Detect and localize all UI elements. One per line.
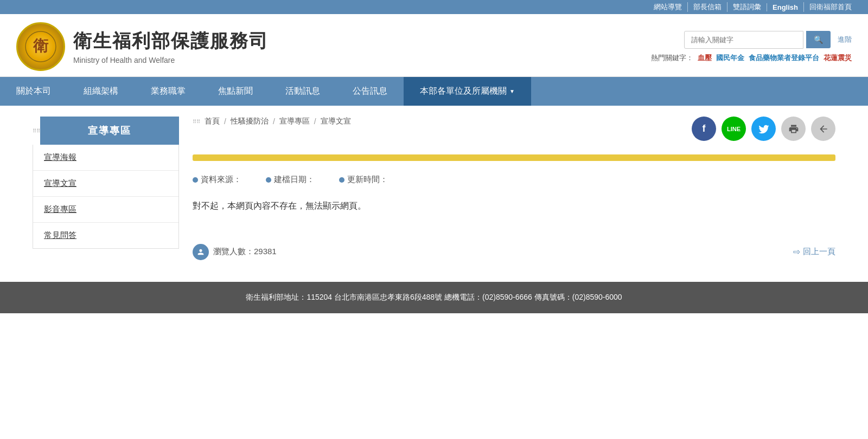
breadcrumb-current: 宣導文宣: [321, 117, 351, 126]
nav-duties[interactable]: 業務職掌: [135, 77, 202, 106]
topbar-link-bilingual[interactable]: 雙語詞彙: [727, 2, 767, 12]
logo-svg: 衛: [24, 30, 57, 63]
print-button[interactable]: [781, 117, 806, 141]
breadcrumb: ⠿⠿ 首頁 / 性騷擾防治 / 宣導專區 / 宣導文宣: [193, 117, 351, 126]
twitter-share-button[interactable]: [751, 117, 776, 141]
error-message: 對不起，本網頁內容不存在，無法顯示網頁。: [193, 198, 835, 214]
yellow-bar: [193, 154, 835, 161]
topbar-link-home[interactable]: 回衛福部首頁: [803, 2, 857, 12]
social-bar: f LINE: [692, 117, 835, 141]
topbar-link-sitemap[interactable]: 網站導覽: [648, 2, 687, 12]
nav-units[interactable]: 本部各單位及所屬機關 ▼: [404, 77, 531, 106]
advanced-search-button[interactable]: 進階: [833, 35, 852, 44]
nav-news[interactable]: 焦點新聞: [202, 77, 269, 106]
header-title: 衛生福利部保護服務司 Ministry of Health and Welfar…: [73, 29, 269, 64]
keyword-blood-pressure[interactable]: 血壓: [698, 53, 712, 63]
nav-events[interactable]: 活動訊息: [269, 77, 336, 106]
meta-updated: 更新時間：: [339, 175, 391, 185]
logo: 衛: [16, 22, 65, 71]
meta-source: 資料來源：: [193, 175, 244, 185]
breadcrumb-sep3: /: [314, 117, 316, 126]
meta-updated-label: 更新時間：: [347, 175, 388, 185]
nav-announcements[interactable]: 公告訊息: [336, 77, 404, 106]
content-wrapper: ⠿⠿ 宣導專區 宣導海報 宣導文宣 影音專區 常見問答 ⠿⠿ 首頁 / 性騷擾防…: [16, 117, 852, 260]
facebook-share-button[interactable]: f: [692, 117, 716, 141]
main-nav: 關於本司 組織架構 業務職掌 焦點新聞 活動訊息 公告訊息 本部各單位及所屬機關…: [0, 77, 868, 106]
view-count: 瀏覽人數：29381: [193, 244, 277, 260]
header-right: 🔍 進階 熱門關鍵字： 血壓 國民年金 食品藥物業者登錄平台 花蓮震災: [651, 31, 852, 63]
site-subtitle: Ministry of Health and Welfare: [73, 56, 269, 64]
search-button[interactable]: 🔍: [806, 31, 831, 48]
meta-dot-created: [266, 177, 271, 183]
footer: 衛生福利部地址：115204 台北市南港區忠孝東路6段488號 總機電話：(02…: [0, 282, 868, 313]
main-content: ⠿⠿ 首頁 / 性騷擾防治 / 宣導專區 / 宣導文宣 f LINE: [179, 117, 835, 260]
sidebar-menu: 宣導海報 宣導文宣 影音專區 常見問答: [33, 145, 179, 249]
hot-keywords-label: 熱門關鍵字：: [651, 53, 693, 63]
search-area: 🔍 進階: [651, 31, 852, 49]
breadcrumb-promo-zone[interactable]: 宣導專區: [279, 117, 310, 126]
keyword-earthquake[interactable]: 花蓮震災: [824, 53, 852, 63]
meta-source-label: 資料來源：: [201, 175, 241, 185]
header: 衛 衛生福利部保護服務司 Ministry of Health and Welf…: [0, 14, 868, 77]
back-arrow-icon: ⇨: [793, 247, 800, 257]
topbar-link-english[interactable]: English: [767, 3, 803, 11]
view-count-row: 瀏覽人數：29381 ⇨ 回上一頁: [193, 236, 835, 260]
svg-text:衛: 衛: [33, 37, 49, 54]
search-input[interactable]: [684, 31, 803, 49]
footer-text: 衛生福利部地址：115204 台北市南港區忠孝東路6段488號 總機電話：(02…: [246, 293, 622, 301]
breadcrumb-harassment[interactable]: 性騷擾防治: [231, 117, 269, 126]
sidebar-item-poster[interactable]: 宣導海報: [33, 145, 178, 171]
sidebar-item-faq[interactable]: 常見問答: [33, 223, 178, 248]
meta-info: 資料來源： 建檔日期： 更新時間：: [193, 175, 835, 185]
sidebar-drag-handle: ⠿⠿: [33, 128, 40, 134]
meta-created: 建檔日期：: [266, 175, 317, 185]
view-count-icon: [193, 244, 209, 260]
meta-created-label: 建檔日期：: [274, 175, 315, 185]
go-back-button[interactable]: [811, 117, 835, 141]
sidebar-title: 宣導專區: [40, 117, 179, 145]
site-title: 衛生福利部保護服務司: [73, 29, 269, 54]
topbar-link-mailbox[interactable]: 部長信箱: [687, 2, 727, 12]
sidebar-item-video[interactable]: 影音專區: [33, 197, 178, 223]
breadcrumb-home[interactable]: 首頁: [205, 117, 220, 126]
nav-units-label: 本部各單位及所屬機關 ▼: [420, 86, 515, 97]
back-link-label: 回上一頁: [803, 247, 835, 257]
top-bar: 網站導覽 部長信箱 雙語詞彙 English 回衛福部首頁: [0, 0, 868, 14]
hot-keywords: 熱門關鍵字： 血壓 國民年金 食品藥物業者登錄平台 花蓮震災: [651, 53, 852, 63]
sidebar-item-flyer[interactable]: 宣導文宣: [33, 171, 178, 197]
keyword-pension[interactable]: 國民年金: [716, 53, 744, 63]
keyword-food-platform[interactable]: 食品藥物業者登錄平台: [749, 53, 819, 63]
header-left: 衛 衛生福利部保護服務司 Ministry of Health and Welf…: [16, 22, 269, 71]
back-link[interactable]: ⇨ 回上一頁: [793, 247, 835, 257]
meta-dot-source: [193, 177, 198, 183]
nav-about[interactable]: 關於本司: [0, 77, 67, 106]
nav-dropdown-arrow: ▼: [509, 88, 515, 94]
meta-dot-updated: [339, 177, 344, 183]
sidebar: ⠿⠿ 宣導專區 宣導海報 宣導文宣 影音專區 常見問答: [33, 117, 179, 260]
view-count-label: 瀏覽人數：29381: [213, 247, 277, 257]
breadcrumb-sep2: /: [273, 117, 275, 126]
line-share-button[interactable]: LINE: [722, 117, 746, 141]
breadcrumb-sep1: /: [224, 117, 226, 126]
breadcrumb-drag: ⠿⠿: [193, 119, 200, 125]
nav-org[interactable]: 組織架構: [67, 77, 135, 106]
